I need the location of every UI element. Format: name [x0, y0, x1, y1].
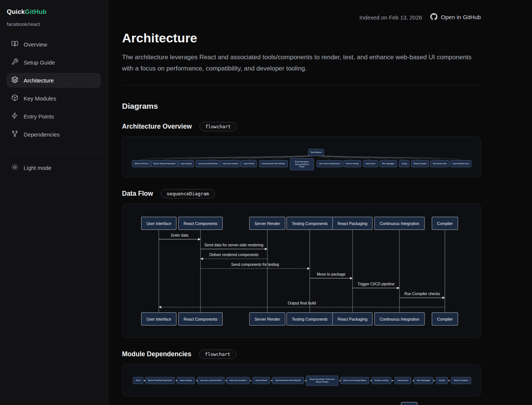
flowchart-node: dom-event-testing-library: [316, 160, 342, 167]
sidebar-nav: Overview Setup Guide Architecture Key Mo…: [7, 37, 101, 142]
sequence-actor-top: Testing Components: [286, 217, 333, 230]
sequence-message-label: Send data for server-side rendering: [204, 243, 263, 247]
sequence-message-label: Run Compiler checks: [404, 292, 440, 296]
sidebar-item-dependencies[interactable]: Dependencies: [7, 127, 101, 142]
page-title: Architecture: [122, 31, 481, 45]
diagram-panel-module-dependencies: RootSprout Testing Frameworkreact-markup…: [122, 364, 481, 396]
open-in-github-label: Open in GitHub: [441, 14, 481, 21]
flowchart-node: use-sync-external-store: [196, 160, 220, 167]
sidebar-item-label: Setup Guide: [24, 59, 55, 66]
theme-toggle[interactable]: Light mode: [7, 160, 101, 175]
diagram-type-badge: flowchart: [199, 350, 237, 359]
diagram-header-architecture-overview: Architecture Overview flowchart: [122, 122, 481, 131]
sequence-actor-top: React Packaging: [332, 217, 372, 230]
sidebar-item-label: Overview: [24, 41, 47, 48]
flowchart-node: react-devtools-inline Module: [259, 160, 288, 167]
flowchart-node: React Compiler: [411, 160, 429, 167]
flowchart-node: react-refresh: [241, 160, 257, 167]
sequence-actor-bottom: User Interface: [141, 312, 176, 326]
sequence-message-label: Deliver rendered components: [209, 253, 258, 257]
brand-logo: QuickGitHub: [7, 8, 101, 16]
flowchart-node: react-devtools-core: [450, 160, 472, 167]
section-divider: [122, 85, 481, 86]
flowchart-node: react-server: [363, 160, 378, 167]
sequence-actor-bottom: Compiler: [432, 312, 458, 326]
repo-name: facebook/react: [7, 21, 101, 27]
sidebar-divider: [5, 153, 102, 153]
flowchart-node: scripts: [399, 160, 410, 167]
flowchart-node: ESLint v8 Forum: [132, 160, 151, 167]
flowchart-node: React Developer Tools and ESLint Plugin: [290, 158, 314, 170]
diagram-panel-architecture-overview: Root ModuleESLint v8 ForumSprout Testing…: [122, 136, 481, 177]
partial-diagram-node: [401, 402, 417, 405]
sidebar-item-architecture[interactable]: Architecture: [7, 73, 101, 88]
diagram-title: Module Dependencies: [122, 350, 191, 358]
book-open-icon: [11, 40, 18, 48]
sun-icon: [11, 164, 18, 172]
flowchart-node: react-test-renderer: [220, 160, 241, 167]
chain-connectors: [122, 364, 481, 396]
layers-icon: [11, 76, 18, 84]
zap-icon: [11, 112, 18, 120]
diagram-title: Data Flow: [122, 190, 153, 198]
sequence-actor-top: User Interface: [141, 217, 176, 230]
flowchart-node: fixtures-nesting: [343, 160, 361, 167]
sequence-actor-top: Continuous Integration: [374, 217, 425, 230]
diagram-header-data-flow: Data Flow sequenceDiagram: [122, 189, 481, 198]
sidebar: QuickGitHub facebook/react Overview Setu…: [0, 0, 108, 405]
flowchart-node: react-markup: [178, 160, 194, 167]
sequence-message-label: Enter data: [171, 233, 188, 237]
sidebar-item-label: Entry Points: [24, 113, 54, 120]
sequence-message-label: Send components for testing: [231, 262, 279, 267]
sidebar-item-setup-guide[interactable]: Setup Guide: [7, 55, 101, 70]
sidebar-item-key-modules[interactable]: Key Modules: [7, 91, 101, 106]
theme-toggle-label: Light mode: [24, 165, 51, 171]
sidebar-item-entry-points[interactable]: Entry Points: [7, 109, 101, 124]
sequence-actor-bottom: Server Render: [249, 312, 285, 326]
page-description: The architecture leverages React and ass…: [122, 52, 472, 74]
diagram-type-badge: flowchart: [199, 122, 237, 131]
sequence-actor-top: Compiler: [432, 217, 458, 230]
diagram-panel-data-flow: Enter dataSend data for server-side rend…: [122, 204, 481, 338]
wrench-icon: [11, 58, 18, 66]
flowchart-node: internal-test-utils: [430, 160, 449, 167]
topbar: Indexed on Feb 13, 2026 Open in GitHub: [122, 14, 481, 21]
sequence-actor-bottom: Testing Components: [286, 312, 333, 326]
package-icon: [11, 94, 18, 102]
sequence-actor-bottom: React Packaging: [332, 312, 372, 326]
open-in-github-link[interactable]: Open in GitHub: [430, 13, 481, 22]
sequence-actor-top: Server Render: [249, 217, 285, 230]
sequence-actor-bottom: React Components: [178, 312, 223, 326]
flowchart-node: Sprout Testing Framework: [151, 160, 178, 167]
sequence-message-label: Trigger CI/CD pipeline: [357, 282, 395, 286]
sidebar-item-label: Dependencies: [24, 131, 60, 138]
github-icon: [430, 13, 437, 22]
brand-part1: Quick: [7, 8, 25, 15]
indexed-date: Indexed on Feb 13, 2026: [359, 14, 422, 21]
section-title-diagrams: Diagrams: [122, 102, 481, 110]
sidebar-item-label: Architecture: [24, 77, 54, 84]
brand-part2: GitHub: [25, 8, 47, 15]
sidebar-item-overview[interactable]: Overview: [7, 37, 101, 52]
flowchart-node: fiber-debugger: [380, 160, 397, 167]
flowchart-root-node: Root Module: [308, 149, 324, 156]
sequence-message-label: Output final build: [288, 301, 316, 305]
network-icon: [11, 130, 18, 138]
diagram-title: Architecture Overview: [122, 123, 192, 130]
main-content: Indexed on Feb 13, 2026 Open in GitHub A…: [108, 0, 532, 405]
sequence-actor-top: React Components: [178, 217, 223, 230]
diagram-header-module-dependencies: Module Dependencies flowchart: [122, 350, 481, 359]
sidebar-item-label: Key Modules: [24, 95, 56, 102]
tree-connectors: [122, 137, 481, 177]
diagram-type-badge: sequenceDiagram: [161, 189, 215, 198]
sequence-actor-bottom: Continuous Integration: [374, 312, 425, 326]
sequence-message-label: Move to package: [317, 272, 345, 276]
